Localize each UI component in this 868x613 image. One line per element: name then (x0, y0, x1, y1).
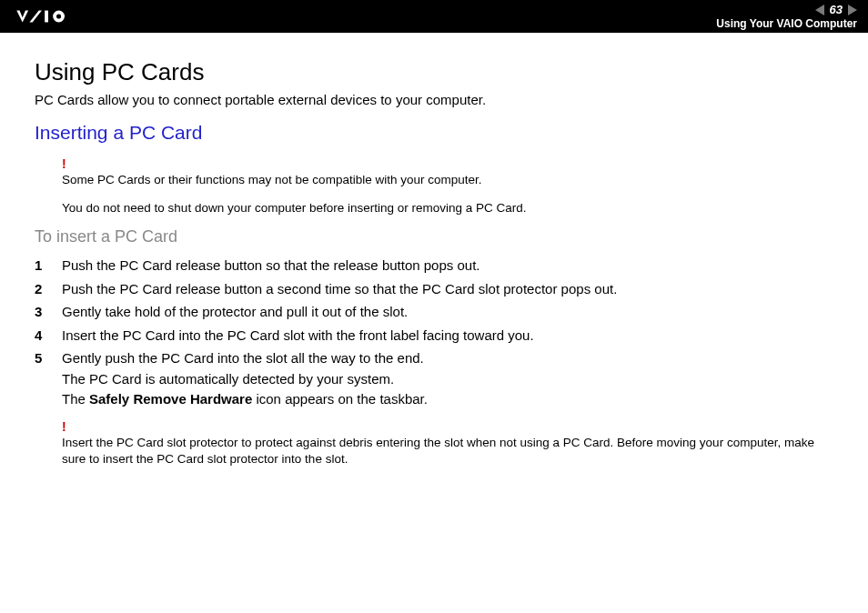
page-content: Using PC Cards PC Cards allow you to con… (0, 33, 868, 498)
warning-block: ! Some PC Cards or their functions may n… (62, 156, 833, 188)
step5-line2: The PC Card is automatically detected by… (62, 371, 394, 387)
step-number: 3 (35, 302, 62, 323)
warning-text: Insert the PC Card slot protector to pro… (62, 435, 833, 467)
step-number: 5 (35, 348, 62, 410)
vaio-logo (11, 8, 102, 25)
section-title: Inserting a PC Card (35, 122, 833, 144)
steps-list: 1 Push the PC Card release button so tha… (35, 256, 833, 410)
warning-text: Some PC Cards or their functions may not… (62, 172, 833, 188)
next-page-arrow-icon[interactable] (848, 5, 857, 15)
step5-bold: Safely Remove Hardware (89, 391, 252, 407)
step-text: Push the PC Card release button so that … (62, 256, 833, 276)
step-number: 1 (35, 256, 62, 276)
step-number: 4 (35, 326, 62, 347)
header-bar: 63 Using Your VAIO Computer (0, 0, 868, 33)
page-number: 63 (826, 3, 846, 16)
svg-rect-0 (45, 11, 48, 23)
list-item: 3 Gently take hold of the protector and … (35, 302, 833, 323)
note-text: You do not need to shut down your comput… (62, 201, 833, 215)
prev-page-arrow-icon[interactable] (815, 5, 824, 15)
step5-line3a: The (62, 391, 89, 407)
page-nav: 63 (815, 3, 857, 16)
step5-line3c: icon appears on the taskbar. (252, 391, 428, 407)
warning-icon: ! (62, 156, 833, 171)
step-text: Gently push the PC Card into the slot al… (62, 348, 833, 410)
step-number: 2 (35, 279, 62, 300)
procedure-title: To insert a PC Card (35, 227, 833, 246)
warning-icon: ! (62, 419, 833, 434)
list-item: 4 Insert the PC Card into the PC Card sl… (35, 326, 833, 347)
warning-block: ! Insert the PC Card slot protector to p… (62, 419, 833, 467)
list-item: 1 Push the PC Card release button so tha… (35, 256, 833, 276)
step-text: Insert the PC Card into the PC Card slot… (62, 326, 833, 347)
header-subtitle: Using Your VAIO Computer (716, 17, 857, 30)
list-item: 2 Push the PC Card release button a seco… (35, 279, 833, 300)
step-text: Gently take hold of the protector and pu… (62, 302, 833, 323)
intro-text: PC Cards allow you to connect portable e… (35, 92, 833, 107)
list-item: 5 Gently push the PC Card into the slot … (35, 348, 833, 410)
page-title: Using PC Cards (35, 58, 833, 86)
step-text: Push the PC Card release button a second… (62, 279, 833, 300)
step5-line1: Gently push the PC Card into the slot al… (62, 350, 424, 366)
